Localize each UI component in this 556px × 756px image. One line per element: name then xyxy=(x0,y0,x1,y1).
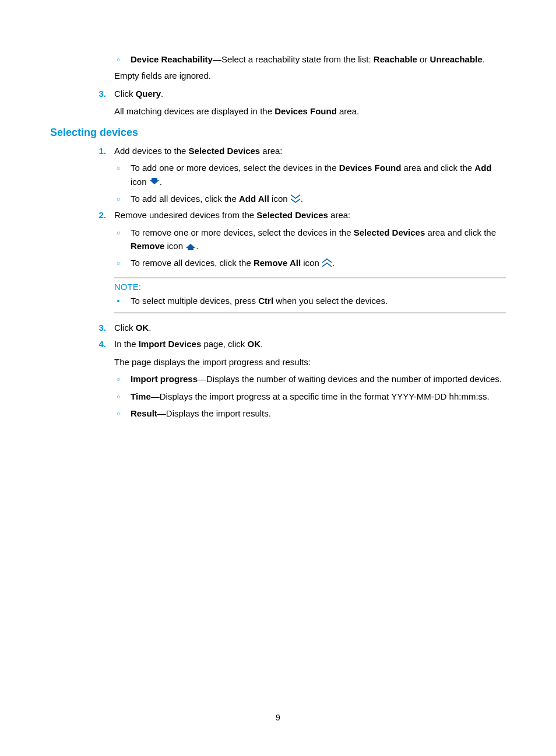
term: Device Reachability xyxy=(131,54,213,64)
add-all-double-arrow-down-icon xyxy=(290,194,301,204)
sub-list: ○ Import progress—Displays the number of… xyxy=(114,372,506,420)
sub-list: ○ To add one or more devices, select the… xyxy=(114,161,506,205)
circle-bullet-icon: ○ xyxy=(114,226,122,253)
note-title: NOTE: xyxy=(114,282,506,292)
svg-marker-1 xyxy=(291,194,300,199)
list-number: 3. xyxy=(92,321,106,335)
list-item-text: Click OK. xyxy=(114,321,506,335)
note-text: To select multiple devices, press Ctrl w… xyxy=(131,294,506,308)
circle-bullet-icon: ○ xyxy=(114,372,122,386)
list-item: ○ Result—Displays the import results. xyxy=(114,407,506,420)
svg-marker-0 xyxy=(150,178,159,184)
section-heading: Selecting devices xyxy=(50,127,506,139)
svg-marker-4 xyxy=(322,258,332,263)
numbered-list: 4. In the Import Devices page, click OK.… xyxy=(92,338,506,369)
list-item: 1. Add devices to the Selected Devices a… xyxy=(92,145,506,158)
note-item: • To select multiple devices, press Ctrl… xyxy=(114,294,506,308)
circle-bullet-icon: ○ xyxy=(114,52,122,66)
list-item-text: To add all devices, click the Add All ic… xyxy=(131,192,506,205)
list-item-text: Remove undesired devices from the Select… xyxy=(114,209,506,222)
numbered-list: 3. Click Query. All matching devices are… xyxy=(92,88,506,118)
list-item: ○ Time—Displays the import progress at a… xyxy=(114,390,506,403)
list-item-text: Add devices to the Selected Devices area… xyxy=(114,145,506,158)
circle-bullet-icon: ○ xyxy=(114,192,122,205)
list-item-text: In the Import Devices page, click OK. Th… xyxy=(114,338,506,369)
list-number: 4. xyxy=(92,338,106,369)
list-item: 4. In the Import Devices page, click OK.… xyxy=(92,338,506,369)
list-item: 3. Click Query. All matching devices are… xyxy=(92,88,506,118)
list-item: ○ To remove one or more devices, select … xyxy=(114,226,506,253)
list-item-text: To remove one or more devices, select th… xyxy=(131,226,506,253)
paragraph: Empty fields are ignored. xyxy=(114,69,506,83)
list-item-text: To add one or more devices, select the d… xyxy=(131,161,506,188)
list-item: 2. Remove undesired devices from the Sel… xyxy=(92,209,506,222)
note-box: NOTE: • To select multiple devices, pres… xyxy=(114,278,506,313)
paragraph: The page displays the import progress an… xyxy=(114,356,506,369)
add-arrow-down-icon xyxy=(149,177,160,187)
list-item: 3. Click OK. xyxy=(92,321,506,335)
numbered-list: 2. Remove undesired devices from the Sel… xyxy=(92,209,506,222)
svg-marker-5 xyxy=(322,262,332,267)
sub-list: ○ To remove one or more devices, select … xyxy=(114,226,506,270)
numbered-list: 1. Add devices to the Selected Devices a… xyxy=(92,145,506,158)
list-item: ○ Device Reachability—Select a reachabil… xyxy=(114,52,506,66)
list-item-text: Result—Displays the import results. xyxy=(131,407,506,420)
circle-bullet-icon: ○ xyxy=(114,407,122,420)
remove-arrow-up-icon xyxy=(185,241,196,251)
circle-bullet-icon: ○ xyxy=(114,161,122,188)
list-item-text: To remove all devices, click the Remove … xyxy=(131,256,506,270)
list-number: 2. xyxy=(92,209,106,222)
list-item-text: Import progress—Displays the number of w… xyxy=(131,372,506,386)
bullet-icon: • xyxy=(114,294,122,308)
list-item: ○ To add one or more devices, select the… xyxy=(114,161,506,188)
list-number: 3. xyxy=(92,88,106,118)
list-item: ○ To remove all devices, click the Remov… xyxy=(114,256,506,270)
circle-bullet-icon: ○ xyxy=(114,256,122,270)
page-number: 9 xyxy=(0,713,556,722)
svg-marker-3 xyxy=(186,244,195,250)
list-number: 1. xyxy=(92,145,106,158)
list-item: ○ To add all devices, click the Add All … xyxy=(114,192,506,205)
list-item-text: Click Query. All matching devices are di… xyxy=(114,88,506,118)
remove-all-double-arrow-up-icon xyxy=(322,258,332,268)
numbered-list: 3. Click OK. xyxy=(92,321,506,335)
page-content: ○ Device Reachability—Select a reachabil… xyxy=(0,0,556,756)
list-item: ○ Import progress—Displays the number of… xyxy=(114,372,506,386)
svg-marker-2 xyxy=(291,198,300,203)
list-item-text: Device Reachability—Select a reachabilit… xyxy=(131,52,506,66)
list-item-text: Time—Displays the import progress at a s… xyxy=(131,390,506,403)
continuation-section: ○ Device Reachability—Select a reachabil… xyxy=(114,52,506,66)
circle-bullet-icon: ○ xyxy=(114,390,122,403)
